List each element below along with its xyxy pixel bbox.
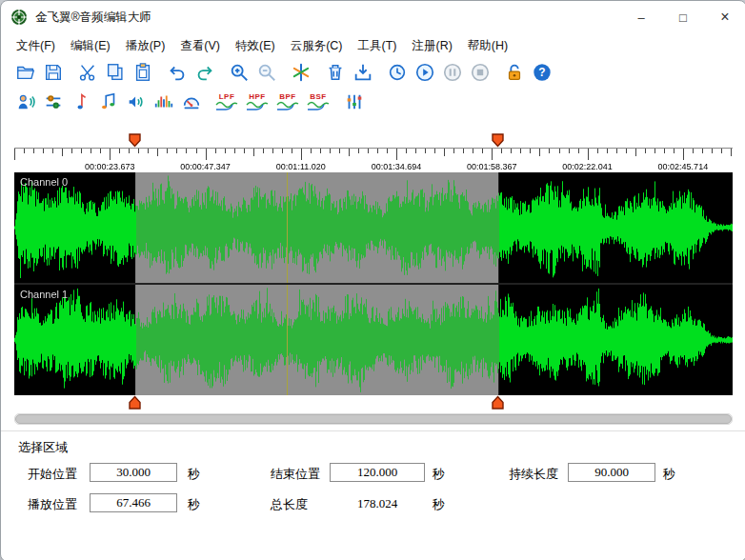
filter-bsf-label: BSF (310, 93, 327, 101)
selection-panel: 选择区域 开始位置秒结束位置秒持续长度秒播放位置秒总长度178.024秒 (1, 430, 745, 560)
channel-0-label: Channel 0 (20, 176, 68, 188)
lock-icon (504, 62, 525, 83)
toolbar-lock-button[interactable] (501, 60, 527, 86)
end-position-unit: 秒 (433, 466, 445, 483)
toolbar-filter-bsf-button[interactable]: BSF (304, 90, 332, 115)
toolbar-paste-button[interactable] (130, 60, 155, 86)
toolbar-voice-button[interactable] (12, 90, 38, 115)
toolbar-timer-button[interactable] (384, 60, 410, 86)
filter-bpf-label: BPF (279, 93, 296, 101)
menu-item-5[interactable]: 云服务(C) (283, 35, 351, 57)
help-icon: ? (532, 62, 553, 83)
duration-label: 持续长度 (509, 466, 558, 483)
toolbar-play-button[interactable] (412, 60, 437, 86)
channel-1-label: Channel 1 (20, 289, 68, 300)
toolbar-filter-bpf-button[interactable]: BPF (273, 90, 302, 115)
toolbar-import-button[interactable] (350, 60, 375, 86)
toolbar-zoom-out-button[interactable] (253, 60, 279, 86)
channel-1: Channel 1 (14, 285, 733, 395)
mixer-icon (43, 91, 64, 112)
menu-bar: 文件(F)编辑(E)播放(P)查看(V)特效(E)云服务(C)工具(T)注册(R… (1, 33, 745, 58)
menu-item-1[interactable]: 编辑(E) (63, 35, 118, 57)
window-controls: – □ × (620, 1, 745, 33)
filter-bsf-icon (307, 101, 330, 111)
end-position-label: 结束位置 (271, 466, 320, 483)
toolbar-save-button[interactable] (40, 60, 66, 86)
toolbar-effects-button[interactable] (288, 60, 313, 86)
minimize-button[interactable]: – (620, 1, 662, 33)
toolbar-stop-button[interactable] (467, 60, 493, 86)
play-icon (414, 62, 435, 83)
toolbar-cut-button[interactable] (74, 60, 100, 86)
duration-unit: 秒 (663, 466, 675, 483)
menu-item-3[interactable]: 查看(V) (172, 35, 228, 57)
import-icon (352, 62, 373, 83)
waveform-area: Channel 0 Channel 1 (14, 172, 733, 395)
delete-icon (325, 62, 346, 83)
start-position-unit: 秒 (188, 466, 200, 483)
play-position-input[interactable] (90, 493, 177, 512)
waveform-channel-0[interactable] (14, 172, 733, 283)
spectrum-icon (153, 91, 174, 112)
save-icon (43, 62, 64, 83)
gauge-icon (181, 91, 202, 112)
stop-icon (470, 62, 491, 83)
total-length-value: 178.024 (330, 496, 425, 511)
toolbar-spectrum-button[interactable] (151, 90, 176, 115)
filter-bpf-icon (276, 101, 299, 111)
selection-start-marker-top[interactable] (129, 133, 141, 148)
title-bar: 金飞翼®音频编辑大师 – □ × (1, 1, 745, 33)
toolbar-notes-button[interactable] (95, 90, 121, 115)
menu-item-8[interactable]: 帮助(H) (460, 35, 515, 57)
waveform-channel-1[interactable] (14, 285, 733, 395)
channel-0: Channel 0 (14, 172, 733, 283)
menu-item-6[interactable]: 工具(T) (351, 35, 405, 57)
voice-icon (15, 91, 36, 112)
toolbar-filter-hpf-button[interactable]: HPF (243, 90, 272, 115)
duration-input[interactable] (568, 463, 655, 482)
pause-icon (442, 62, 463, 83)
toolbar-help-button[interactable]: ? (529, 60, 554, 86)
toolbar-undo-button[interactable] (164, 60, 190, 86)
filter-hpf-label: HPF (249, 93, 266, 101)
selection-end-marker-top[interactable] (492, 133, 504, 148)
close-button[interactable]: × (704, 1, 745, 33)
horizontal-scrollbar[interactable] (14, 413, 733, 425)
end-position-input[interactable] (330, 463, 425, 482)
toolbar-volume-button[interactable] (123, 90, 149, 115)
toolbar-equalizer-button[interactable] (341, 90, 367, 115)
note-icon (70, 91, 91, 112)
toolbar-copy-button[interactable] (102, 60, 128, 86)
open-file-icon (15, 62, 36, 83)
start-position-input[interactable] (90, 463, 177, 482)
time-ruler[interactable] (14, 148, 733, 172)
toolbar-zoom-in-button[interactable] (226, 60, 252, 86)
maximize-button[interactable]: □ (662, 1, 704, 33)
toolbar-open-file-button[interactable] (12, 60, 38, 86)
selection-end-marker-bottom[interactable] (492, 395, 504, 410)
menu-item-0[interactable]: 文件(F) (9, 35, 63, 57)
selection-start-marker-bottom[interactable] (129, 395, 141, 410)
toolbar-pause-button[interactable] (439, 60, 465, 86)
selection-panel-title: 选择区域 (18, 439, 68, 456)
toolbar-filter-lpf-button[interactable]: LPF (212, 90, 241, 115)
paste-icon (132, 62, 153, 83)
toolbar-gauge-button[interactable] (178, 90, 204, 115)
scrollbar-thumb[interactable] (15, 414, 732, 424)
redo-icon (194, 62, 215, 83)
selection-marker-strip-bottom (14, 395, 733, 410)
toolbar-mixer-button[interactable] (40, 90, 66, 115)
effects-icon (291, 62, 312, 83)
menu-item-7[interactable]: 注册(R) (404, 35, 459, 57)
toolbar-redo-button[interactable] (191, 60, 217, 86)
toolbar-note-button[interactable] (68, 90, 93, 115)
window-title: 金飞翼®音频编辑大师 (35, 10, 620, 26)
toolbar-row-2: LPFHPFBPFBSF (1, 87, 745, 117)
volume-icon (126, 91, 147, 112)
menu-item-4[interactable]: 特效(E) (228, 35, 283, 57)
app-icon (10, 9, 28, 26)
total-length-unit: 秒 (433, 496, 445, 513)
toolbar-delete-button[interactable] (322, 60, 348, 86)
notes-icon (98, 91, 119, 112)
menu-item-2[interactable]: 播放(P) (118, 35, 173, 57)
